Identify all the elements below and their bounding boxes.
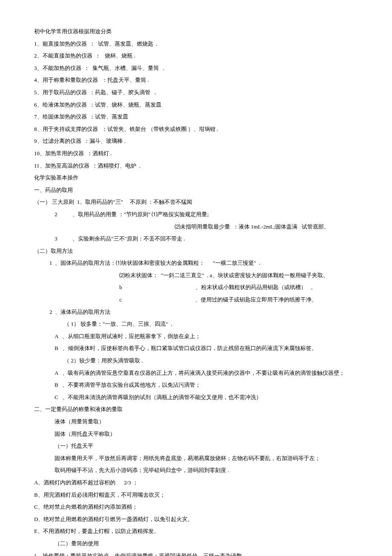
- liquid-method-label: 2 、液体药品的取用方法: [34, 306, 366, 319]
- instrument-item: 1、能直接加热的仪器 ： 试管、蒸发皿、燃烧匙 .: [34, 38, 366, 50]
- balance-line: 取码用镊手不沾，先大后小游码添；完毕砝码归盒中，游码回到零刻度 .: [34, 464, 366, 477]
- cylinder-label: （二）量筒的使用: [34, 538, 366, 550]
- instrument-item: 4、用于称量和量取的仪器 ：托盘天平、量筒 .: [34, 74, 366, 87]
- solid-method: 1 、固体药品的取用方法：⑴块状固体和密度较大的金属颗粒： "一横二放三慢竖" …: [34, 257, 366, 269]
- alcohol-lamp-item: E、不用酒精灯时，要盖上灯帽，以防止酒精挥发。: [34, 525, 366, 538]
- instrument-item: 6、给液体加热的仪器 ：试管、烧杯、烧瓶、蒸发皿: [34, 99, 366, 111]
- instrument-item: 2、不能直接加热的仪器 ： 烧杯、烧瓶 .: [34, 50, 366, 62]
- subsection-title: 一、药品的取用: [34, 184, 366, 197]
- liquid-less-item: B 、不要将滴管平放在实验台或其他地方，以免沾污滴管；: [34, 379, 366, 391]
- section-b-title: 二、一定量药品的称量和液体的量取: [34, 403, 366, 416]
- liquid-less-item: C 、不能用未清洗的滴管再吸别的试剂（滴瓶上的滴管不能交叉使用，也不需冲洗）: [34, 391, 366, 404]
- principle-item: 2 、取用药品的用量 ："节约原则" ⑴严格按实验规定用量;: [34, 208, 366, 221]
- solid-method: b 、粉末状或小颗粒状的药品用钥匙（或纸槽） 。: [34, 281, 366, 294]
- alcohol-lamp-item: D、绝对禁止用燃着的酒精灯引燃另一盏酒精灯，以免引起火灾。: [34, 513, 366, 526]
- title: 初中化学常用仪器根据用途分类: [34, 26, 366, 38]
- instrument-item: 3、不能加热的仪器 ： 集气瓶、水槽、漏斗、量筒 .: [34, 62, 366, 75]
- solid-method: c 、使用过的镊子或钥匙应立即用干净的纸擦干净。: [34, 294, 366, 306]
- principle-item: 3 、实验剩余药品"三不"原则：不丢不回不带走 .: [34, 233, 366, 245]
- liquid-more-item: A 、从细口瓶里取用试液时，应把瓶塞拿下，倒放在桌上；: [34, 330, 366, 343]
- balance-line: 固体称量用天平，平放然后再调零；用纸先将盘底垫，易潮易腐放烧杯；左物右码不要乱，…: [34, 452, 366, 465]
- liquid-more-item: B 、倾倒液体时，应使标签向着手心，瓶口紧靠试管口或仪器口，防止残留在瓶口的药液…: [34, 342, 366, 355]
- section-b-line: 液体（用量筒量取）: [34, 416, 366, 428]
- principle-subitem: ⑵未指明用量取最少量 ：液体 1mL-2mL;固体盖满 试管底部。: [34, 221, 366, 233]
- instrument-item: 7、给固体加热的仪器 ：试管、蒸发皿: [34, 111, 366, 123]
- instrument-item: 8、用于夹持或支撑的仪器 ：试管夹、铁架台 （带铁夹或铁圈 ）、坩埚钳 .: [34, 123, 366, 136]
- instrument-item: 9、过滤分离的仪器 ：漏斗、玻璃棒 .: [34, 135, 366, 148]
- liquid-less-item: A 、吸有药液的滴管应悬空垂直在仪器的正上方，将药液滴入接受药液的仪器中，不要让…: [34, 367, 366, 379]
- alcohol-lamp-item: A、酒精灯内的酒精不超过容积的 2/3 ；: [34, 477, 366, 489]
- solid-method: ⑵粉末状固体： "一斜二送三直立" . a、块状或密度较大的固体颗粒一般用镊子夹…: [34, 269, 366, 282]
- instrument-item: 11、加热至高温的仪器 ：酒精喷灯、电炉 .: [34, 160, 366, 172]
- section-title: 化学实验基本操作: [34, 172, 366, 184]
- instrument-item: 5、用于取药品的仪器 ：药匙、镊子、胶头滴管 .: [34, 87, 366, 99]
- alcohol-lamp-item: B、用完酒精灯后必须用灯帽盖灭，不可用嘴去吹灭；: [34, 489, 366, 501]
- balance-label: （一）托盘天平: [34, 440, 366, 452]
- section-b-line: 固体（用托盘天平称取）: [34, 428, 366, 440]
- cylinder-item: 1、操作要领：量筒平放实验桌，先倒后滴把量瞧；平视凹液最低处，三线一齐为读数 .: [34, 550, 366, 556]
- alcohol-lamp-item: C、绝对禁止向燃着的酒精灯内添加酒精；: [34, 501, 366, 513]
- liquid-more-label: （ 1） 较多量："一放、二向、三挨、四流" .: [34, 318, 366, 330]
- method-label: （二）取用方法: [34, 245, 366, 258]
- principle-label: （一） 三大原则 1、取用药品的"三" 不原则 ：不触不尝不猛闻: [34, 196, 366, 208]
- liquid-less-label: （ 2）较少量：用胶头滴管吸取 .: [34, 355, 366, 367]
- instrument-item: 10、加热常用的仪器 ：酒精灯 .: [34, 148, 366, 160]
